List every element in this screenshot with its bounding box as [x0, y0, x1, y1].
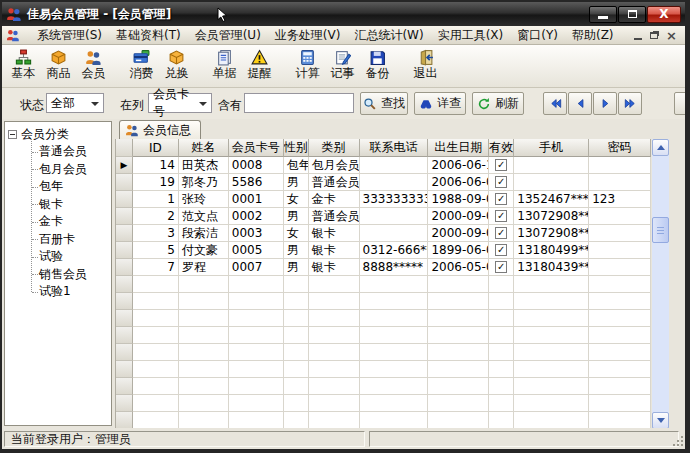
cell-password[interactable]: [589, 157, 651, 174]
sidebar-item-7[interactable]: 试验: [5, 248, 111, 266]
cell-birth[interactable]: 2006-05-01: [428, 259, 489, 276]
tab-member-info[interactable]: 会员信息: [119, 120, 201, 139]
cell-card[interactable]: 0005: [229, 242, 284, 259]
sidebar-item-5[interactable]: 金卡: [5, 213, 111, 231]
toolbar-button-pay-card[interactable]: 消费: [124, 48, 159, 85]
column-header-mobile[interactable]: 手机: [514, 139, 589, 157]
cell-mobile[interactable]: [514, 157, 589, 174]
cell-id[interactable]: 14: [133, 157, 179, 174]
table-row[interactable]: 2范文点0002男普通会员2000-09-01✓13072908***: [116, 208, 651, 225]
refresh-button[interactable]: 刷新: [472, 92, 524, 115]
table-row[interactable]: 5付文豪0005男银卡0312-666*****1899-06-01✓13180…: [116, 242, 651, 259]
row-selector[interactable]: [116, 174, 133, 191]
find-button[interactable]: 查找: [360, 92, 408, 115]
cell-password[interactable]: [589, 174, 651, 191]
row-selector[interactable]: [116, 225, 133, 242]
valid-checkbox[interactable]: ✓: [495, 159, 507, 171]
cell-gender[interactable]: 女: [284, 191, 309, 208]
cell-category[interactable]: 金卡: [309, 191, 360, 208]
cell-id[interactable]: 1: [133, 191, 179, 208]
scroll-down-button[interactable]: [652, 412, 669, 429]
cell-valid[interactable]: ✓: [489, 157, 514, 174]
cell-id[interactable]: 2: [133, 208, 179, 225]
cell-id[interactable]: 19: [133, 174, 179, 191]
cell-valid[interactable]: ✓: [489, 259, 514, 276]
menu-item-7[interactable]: 窗口(Y): [510, 26, 565, 45]
toolbar-button-members[interactable]: 会员: [76, 48, 111, 85]
cell-birth[interactable]: 1899-06-01: [428, 242, 489, 259]
last-record-button[interactable]: [618, 92, 642, 115]
cell-birth[interactable]: 1988-09-08: [428, 191, 489, 208]
cell-card[interactable]: 0002: [229, 208, 284, 225]
cell-phone[interactable]: [360, 157, 429, 174]
toolbar-button-calculator[interactable]: 计算: [290, 48, 325, 85]
column-header-id[interactable]: ID: [133, 139, 179, 157]
cell-phone[interactable]: [360, 208, 429, 225]
cell-name[interactable]: 范文点: [179, 208, 229, 225]
cell-mobile[interactable]: 1352467****: [514, 191, 589, 208]
column-header-gender[interactable]: 性别: [284, 139, 309, 157]
cell-valid[interactable]: ✓: [489, 242, 514, 259]
column-header-category[interactable]: 类别: [309, 139, 360, 157]
cell-card[interactable]: 0001: [229, 191, 284, 208]
sidebar-item-3[interactable]: 包年: [5, 178, 111, 196]
cell-name[interactable]: 段索洁: [179, 225, 229, 242]
valid-checkbox[interactable]: ✓: [495, 176, 507, 188]
table-row[interactable]: 3段索洁0003女银卡2000-09-09✓13072908***: [116, 225, 651, 242]
cell-valid[interactable]: ✓: [489, 174, 514, 191]
valid-checkbox[interactable]: ✓: [495, 227, 507, 239]
menu-item-8[interactable]: 帮助(Z): [565, 26, 621, 45]
column-header-phone[interactable]: 联系电话: [360, 139, 429, 157]
menu-item-2[interactable]: 基础资料(T): [109, 26, 188, 45]
cell-card[interactable]: 0008: [229, 157, 284, 174]
scroll-up-button[interactable]: [652, 139, 669, 156]
cell-birth[interactable]: 2006-06-07: [428, 174, 489, 191]
toolbar-button-exchange-box[interactable]: 兑换: [159, 48, 194, 85]
print-button[interactable]: [674, 92, 690, 115]
cell-birth[interactable]: 2000-09-09: [428, 225, 489, 242]
cell-valid[interactable]: ✓: [489, 191, 514, 208]
cell-password[interactable]: [589, 259, 651, 276]
cell-gender[interactable]: 男: [284, 208, 309, 225]
row-selector[interactable]: [116, 208, 133, 225]
cell-name[interactable]: 罗程: [179, 259, 229, 276]
sidebar-item-8[interactable]: 销售会员: [5, 266, 111, 284]
column-header-valid[interactable]: 有效: [489, 139, 514, 157]
table-row[interactable]: 7罗程0007男银卡8888*****2006-05-01✓13180439**…: [116, 259, 651, 276]
cell-mobile[interactable]: 13072908***: [514, 208, 589, 225]
cell-valid[interactable]: ✓: [489, 208, 514, 225]
valid-checkbox[interactable]: ✓: [495, 244, 507, 256]
previous-record-button[interactable]: [568, 92, 592, 115]
table-row[interactable]: 19郭冬乃5586男普通会员2006-06-07✓: [116, 174, 651, 191]
sidebar-item-9[interactable]: 试验1: [5, 283, 111, 301]
row-selector[interactable]: [116, 191, 133, 208]
column-header-password[interactable]: 密码: [589, 139, 651, 157]
cell-gender[interactable]: 男: [284, 259, 309, 276]
cell-name[interactable]: 郭冬乃: [179, 174, 229, 191]
close-button[interactable]: X: [647, 6, 681, 23]
menu-item-3[interactable]: 会员管理(U): [188, 26, 268, 45]
cell-gender[interactable]: 包年: [284, 157, 309, 174]
cell-phone[interactable]: [360, 225, 429, 242]
cell-name[interactable]: 田英杰: [179, 157, 229, 174]
toolbar-button-backup-disk[interactable]: 备份: [360, 48, 395, 85]
detail-button[interactable]: 详查: [414, 92, 466, 115]
toolbar-button-exit-door[interactable]: 退出: [408, 48, 443, 85]
cell-name[interactable]: 张玲: [179, 191, 229, 208]
cell-card[interactable]: 0003: [229, 225, 284, 242]
cell-gender[interactable]: 男: [284, 174, 309, 191]
cell-birth[interactable]: 2006-06-10: [428, 157, 489, 174]
vertical-scrollbar[interactable]: [652, 139, 669, 429]
tree-collapse-icon[interactable]: [8, 130, 17, 139]
cell-category[interactable]: 银卡: [309, 242, 360, 259]
cell-gender[interactable]: 男: [284, 242, 309, 259]
mdi-minimize-button[interactable]: [634, 38, 642, 40]
table-row[interactable]: 1张玲0001女金卡33333333331988-09-08✓1352467**…: [116, 191, 651, 208]
toolbar-button-receipt-doc[interactable]: 单据: [207, 48, 242, 85]
cell-id[interactable]: 3: [133, 225, 179, 242]
cell-card[interactable]: 0007: [229, 259, 284, 276]
resize-grip[interactable]: [673, 436, 683, 446]
cell-category[interactable]: 银卡: [309, 259, 360, 276]
cell-birth[interactable]: 2000-09-01: [428, 208, 489, 225]
cell-mobile[interactable]: 13180439****: [514, 259, 589, 276]
